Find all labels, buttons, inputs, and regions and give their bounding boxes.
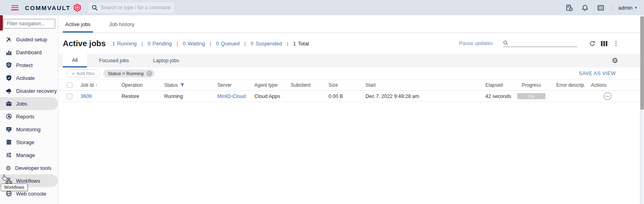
user-menu[interactable]: admin ▾ bbox=[618, 5, 637, 11]
title-row: Active jobs 1Running | 0Pending | 0Waiti… bbox=[58, 33, 640, 54]
pie-chart-icon bbox=[6, 113, 12, 120]
column-header-size[interactable]: Size bbox=[323, 82, 360, 88]
column-header-server[interactable]: Server bbox=[212, 82, 249, 88]
stat-total: 1Total bbox=[293, 41, 309, 47]
column-header-start[interactable]: Start bbox=[360, 82, 480, 88]
plus-icon: + bbox=[72, 71, 75, 77]
sidebar-item-monitoring[interactable]: Monitoring bbox=[0, 123, 58, 136]
bar-chart-icon bbox=[6, 49, 12, 55]
ellipsis-icon: ••• bbox=[606, 95, 609, 98]
column-header-agent-type[interactable]: Agent type bbox=[249, 82, 285, 88]
sidebar-item-manage[interactable]: Manage bbox=[0, 149, 58, 161]
notifications-bell-icon[interactable] bbox=[582, 4, 588, 11]
filter-funnel-icon bbox=[180, 83, 184, 87]
sidebar-item-storage[interactable]: Storage bbox=[0, 136, 58, 149]
sidebar-item-label: Activate bbox=[16, 75, 35, 81]
sidebar-item-dashboard[interactable]: Dashboard bbox=[0, 46, 58, 59]
pause-updates-link[interactable]: Pause updates bbox=[459, 41, 493, 46]
stat-waiting[interactable]: 0Waiting bbox=[183, 41, 205, 47]
server-link[interactable]: MinIO-Cloud bbox=[217, 94, 246, 99]
user-list-icon[interactable] bbox=[597, 4, 604, 11]
stat-running[interactable]: 1Running bbox=[112, 41, 137, 47]
sidebar-item-label: Web console bbox=[16, 191, 46, 197]
commcell-icon[interactable] bbox=[566, 4, 573, 11]
globe-icon bbox=[6, 190, 12, 197]
grid-controls: Pause updates ⋮ bbox=[459, 40, 619, 47]
select-all-checkbox[interactable] bbox=[67, 82, 72, 88]
close-icon[interactable]: × bbox=[147, 71, 152, 76]
chevron-down-icon: ▾ bbox=[635, 6, 637, 10]
save-as-view-link[interactable]: SAVE AS VIEW bbox=[579, 71, 616, 76]
cell-agent-type: Cloud Apps bbox=[249, 94, 285, 99]
column-header-elapsed[interactable]: Elapsed bbox=[480, 82, 516, 88]
job-stats: 1Running | 0Pending | 0Waiting | 0Queued… bbox=[112, 41, 309, 47]
sort-asc-icon: ↑ bbox=[95, 83, 98, 88]
progress-value: 0% bbox=[528, 94, 535, 99]
sidebar-item-protect[interactable]: Protect bbox=[0, 59, 58, 71]
progress-bar: 0% bbox=[517, 93, 545, 99]
sidebar-item-jobs[interactable]: Jobs bbox=[0, 97, 58, 110]
divider bbox=[611, 4, 612, 11]
column-header-error-description[interactable]: Error descrip... bbox=[551, 82, 586, 88]
sidebar-item-label: Workflows bbox=[16, 178, 40, 184]
column-header-status[interactable]: Status bbox=[159, 82, 212, 88]
tab-active-jobs[interactable]: Active jobs bbox=[63, 21, 93, 33]
column-header-operation[interactable]: Operation bbox=[116, 82, 159, 88]
table-settings-gear-icon[interactable]: ⚙ bbox=[612, 54, 618, 67]
global-search[interactable] bbox=[89, 2, 174, 13]
vertical-scrollbar[interactable] bbox=[640, 15, 644, 204]
stat-suspended[interactable]: 0Suspended bbox=[251, 41, 282, 47]
scrollbar-thumb[interactable] bbox=[640, 16, 644, 110]
database-icon bbox=[6, 139, 12, 145]
separator: | bbox=[287, 41, 288, 47]
commvault-logo-icon bbox=[73, 4, 81, 12]
menu-icon[interactable] bbox=[11, 5, 19, 10]
view-tab-laptop-jobs[interactable]: Laptop jobs bbox=[141, 54, 191, 67]
grid-search-input[interactable] bbox=[511, 40, 577, 46]
filter-bar: + Add filter Status = Running × SAVE AS … bbox=[58, 67, 640, 80]
sidebar-item-label: Jobs bbox=[16, 101, 27, 107]
nav-list: Guided setup Dashboard Protect Activate … bbox=[0, 33, 58, 200]
brand-wordmark: COMMVAULT bbox=[25, 4, 70, 11]
wrench-icon bbox=[6, 36, 12, 43]
job-id-link[interactable]: 3609 bbox=[80, 94, 92, 99]
stat-pending[interactable]: 0Pending bbox=[148, 41, 172, 47]
sidebar-item-reports[interactable]: Reports bbox=[0, 110, 58, 123]
filter-chip-status-running[interactable]: Status = Running × bbox=[103, 69, 155, 78]
refresh-icon[interactable] bbox=[589, 41, 595, 47]
stat-queued[interactable]: 0Queued bbox=[216, 41, 240, 47]
view-tab-focused-jobs[interactable]: Focused jobs bbox=[87, 54, 141, 67]
cell-start: Dec 7, 2022 9:49:28 am bbox=[360, 94, 480, 99]
row-checkbox[interactable] bbox=[67, 94, 72, 99]
tab-job-history[interactable]: Job history bbox=[107, 21, 137, 33]
view-tab-all[interactable]: All bbox=[63, 54, 87, 67]
sidebar-item-developer-tools[interactable]: ⚙ Developer tools bbox=[0, 161, 58, 174]
column-header-subclient[interactable]: Subclient bbox=[285, 82, 323, 88]
grid-search[interactable] bbox=[503, 40, 577, 47]
row-actions-button[interactable]: ••• bbox=[604, 92, 611, 100]
column-header-job-id[interactable]: Job Id ↑ bbox=[75, 82, 116, 88]
cell-operation: Restore bbox=[116, 94, 159, 99]
columns-icon[interactable] bbox=[601, 41, 607, 46]
sidebar-item-label: Guided setup bbox=[16, 37, 47, 43]
separator: | bbox=[141, 41, 142, 47]
column-header-progress[interactable]: Progress bbox=[516, 82, 551, 88]
cell-size: 0.00 B bbox=[323, 94, 360, 99]
filter-chip-label: Status = Running bbox=[108, 71, 144, 76]
sidebar-item-disaster-recovery[interactable]: Disaster recovery bbox=[0, 84, 58, 97]
table-header: Job Id ↑ Operation Status Server Agent t… bbox=[58, 80, 640, 91]
sliders-icon bbox=[6, 152, 12, 158]
filter-navigation-input[interactable] bbox=[3, 19, 55, 29]
view-tabs: All Focused jobs Laptop jobs ⚙ bbox=[58, 54, 640, 67]
kebab-menu-icon[interactable]: ⋮ bbox=[613, 40, 619, 47]
global-search-input[interactable] bbox=[101, 5, 171, 10]
shield-check-icon bbox=[6, 75, 12, 81]
sidebar-item-guided-setup[interactable]: Guided setup bbox=[0, 33, 58, 46]
cursor-pointer bbox=[2, 174, 8, 182]
monitor-icon bbox=[6, 126, 12, 133]
sidebar-item-activate[interactable]: Activate bbox=[0, 71, 58, 84]
sidebar-item-label: Dashboard bbox=[16, 49, 42, 55]
nav-accent-bar bbox=[0, 15, 3, 31]
separator: | bbox=[244, 41, 246, 47]
add-filter-button[interactable]: + Add filter bbox=[67, 69, 100, 78]
